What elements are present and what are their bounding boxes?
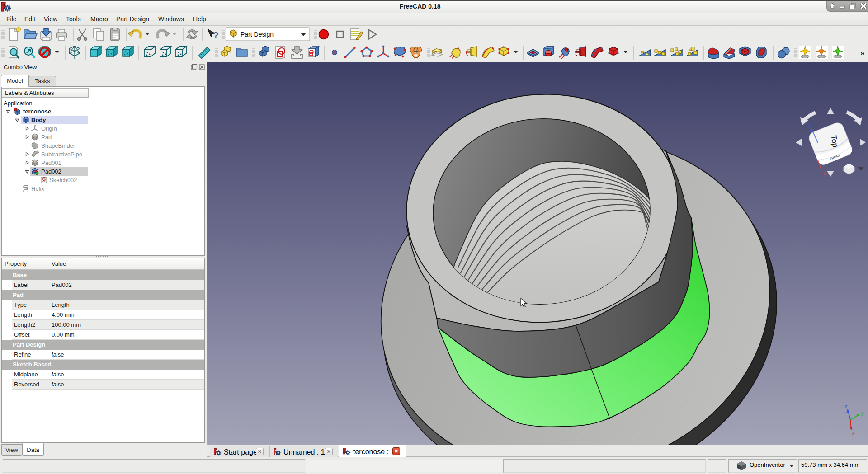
svg-text:z: z [808,122,811,128]
svg-text:x: x [823,170,826,177]
svg-text:z: z [845,404,848,409]
svg-text:?: ? [213,30,219,40]
svg-text:»: » [860,49,864,57]
svg-text:y: y [861,410,864,416]
svg-text:Part Design: Part Design [241,31,274,38]
svg-text:x: x [852,430,855,436]
